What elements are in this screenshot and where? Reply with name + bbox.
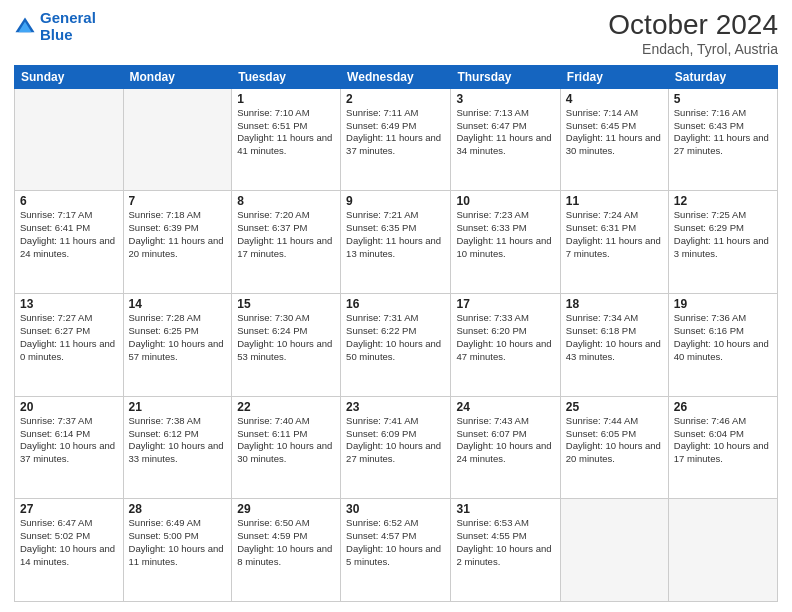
weekday-header-monday: Monday [123,65,232,88]
calendar-cell: 25Sunrise: 7:44 AM Sunset: 6:05 PM Dayli… [560,396,668,499]
calendar-cell: 18Sunrise: 7:34 AM Sunset: 6:18 PM Dayli… [560,294,668,397]
calendar-cell: 23Sunrise: 7:41 AM Sunset: 6:09 PM Dayli… [341,396,451,499]
day-number: 6 [20,194,118,208]
day-number: 8 [237,194,335,208]
calendar-title: October 2024 [608,10,778,41]
day-info: Sunrise: 7:14 AM Sunset: 6:45 PM Dayligh… [566,107,663,158]
day-info: Sunrise: 7:30 AM Sunset: 6:24 PM Dayligh… [237,312,335,363]
day-number: 4 [566,92,663,106]
day-info: Sunrise: 7:36 AM Sunset: 6:16 PM Dayligh… [674,312,772,363]
day-info: Sunrise: 7:37 AM Sunset: 6:14 PM Dayligh… [20,415,118,466]
day-info: Sunrise: 7:27 AM Sunset: 6:27 PM Dayligh… [20,312,118,363]
calendar-cell [123,88,232,191]
weekday-header-thursday: Thursday [451,65,560,88]
weekday-header-row: SundayMondayTuesdayWednesdayThursdayFrid… [15,65,778,88]
day-number: 22 [237,400,335,414]
day-info: Sunrise: 6:49 AM Sunset: 5:00 PM Dayligh… [129,517,227,568]
day-number: 3 [456,92,554,106]
day-number: 17 [456,297,554,311]
day-info: Sunrise: 7:16 AM Sunset: 6:43 PM Dayligh… [674,107,772,158]
calendar-week-4: 20Sunrise: 7:37 AM Sunset: 6:14 PM Dayli… [15,396,778,499]
day-number: 27 [20,502,118,516]
calendar-cell: 14Sunrise: 7:28 AM Sunset: 6:25 PM Dayli… [123,294,232,397]
calendar-cell: 12Sunrise: 7:25 AM Sunset: 6:29 PM Dayli… [668,191,777,294]
day-number: 23 [346,400,445,414]
weekday-header-friday: Friday [560,65,668,88]
day-number: 11 [566,194,663,208]
calendar-cell: 29Sunrise: 6:50 AM Sunset: 4:59 PM Dayli… [232,499,341,602]
calendar-cell [15,88,124,191]
day-info: Sunrise: 7:28 AM Sunset: 6:25 PM Dayligh… [129,312,227,363]
day-number: 21 [129,400,227,414]
day-number: 29 [237,502,335,516]
calendar-cell: 2Sunrise: 7:11 AM Sunset: 6:49 PM Daylig… [341,88,451,191]
logo: General Blue [14,10,96,43]
logo-icon [14,16,36,38]
day-info: Sunrise: 7:38 AM Sunset: 6:12 PM Dayligh… [129,415,227,466]
day-number: 25 [566,400,663,414]
calendar-cell: 9Sunrise: 7:21 AM Sunset: 6:35 PM Daylig… [341,191,451,294]
day-info: Sunrise: 7:31 AM Sunset: 6:22 PM Dayligh… [346,312,445,363]
day-info: Sunrise: 7:25 AM Sunset: 6:29 PM Dayligh… [674,209,772,260]
day-number: 24 [456,400,554,414]
day-info: Sunrise: 7:46 AM Sunset: 6:04 PM Dayligh… [674,415,772,466]
day-number: 28 [129,502,227,516]
calendar-cell: 3Sunrise: 7:13 AM Sunset: 6:47 PM Daylig… [451,88,560,191]
day-info: Sunrise: 7:21 AM Sunset: 6:35 PM Dayligh… [346,209,445,260]
calendar-week-2: 6Sunrise: 7:17 AM Sunset: 6:41 PM Daylig… [15,191,778,294]
day-info: Sunrise: 7:43 AM Sunset: 6:07 PM Dayligh… [456,415,554,466]
day-number: 31 [456,502,554,516]
day-number: 20 [20,400,118,414]
title-block: October 2024 Endach, Tyrol, Austria [608,10,778,57]
day-number: 14 [129,297,227,311]
day-info: Sunrise: 7:23 AM Sunset: 6:33 PM Dayligh… [456,209,554,260]
weekday-header-sunday: Sunday [15,65,124,88]
day-number: 12 [674,194,772,208]
page: General Blue October 2024 Endach, Tyrol,… [0,0,792,612]
calendar-cell: 1Sunrise: 7:10 AM Sunset: 6:51 PM Daylig… [232,88,341,191]
weekday-header-saturday: Saturday [668,65,777,88]
calendar-cell: 15Sunrise: 7:30 AM Sunset: 6:24 PM Dayli… [232,294,341,397]
day-info: Sunrise: 6:50 AM Sunset: 4:59 PM Dayligh… [237,517,335,568]
day-number: 19 [674,297,772,311]
calendar-cell: 21Sunrise: 7:38 AM Sunset: 6:12 PM Dayli… [123,396,232,499]
day-number: 13 [20,297,118,311]
header: General Blue October 2024 Endach, Tyrol,… [14,10,778,57]
calendar-week-1: 1Sunrise: 7:10 AM Sunset: 6:51 PM Daylig… [15,88,778,191]
calendar-cell: 22Sunrise: 7:40 AM Sunset: 6:11 PM Dayli… [232,396,341,499]
calendar-cell [668,499,777,602]
calendar-cell: 26Sunrise: 7:46 AM Sunset: 6:04 PM Dayli… [668,396,777,499]
day-number: 26 [674,400,772,414]
day-info: Sunrise: 6:53 AM Sunset: 4:55 PM Dayligh… [456,517,554,568]
day-info: Sunrise: 7:10 AM Sunset: 6:51 PM Dayligh… [237,107,335,158]
weekday-header-wednesday: Wednesday [341,65,451,88]
calendar-cell: 8Sunrise: 7:20 AM Sunset: 6:37 PM Daylig… [232,191,341,294]
calendar-cell: 17Sunrise: 7:33 AM Sunset: 6:20 PM Dayli… [451,294,560,397]
day-info: Sunrise: 7:11 AM Sunset: 6:49 PM Dayligh… [346,107,445,158]
day-number: 15 [237,297,335,311]
calendar-cell: 30Sunrise: 6:52 AM Sunset: 4:57 PM Dayli… [341,499,451,602]
day-number: 10 [456,194,554,208]
day-info: Sunrise: 7:20 AM Sunset: 6:37 PM Dayligh… [237,209,335,260]
calendar-subtitle: Endach, Tyrol, Austria [608,41,778,57]
day-number: 18 [566,297,663,311]
calendar-cell: 11Sunrise: 7:24 AM Sunset: 6:31 PM Dayli… [560,191,668,294]
day-number: 1 [237,92,335,106]
calendar-cell: 13Sunrise: 7:27 AM Sunset: 6:27 PM Dayli… [15,294,124,397]
day-number: 5 [674,92,772,106]
day-info: Sunrise: 7:17 AM Sunset: 6:41 PM Dayligh… [20,209,118,260]
calendar-cell [560,499,668,602]
calendar-cell: 28Sunrise: 6:49 AM Sunset: 5:00 PM Dayli… [123,499,232,602]
day-info: Sunrise: 7:24 AM Sunset: 6:31 PM Dayligh… [566,209,663,260]
calendar-cell: 31Sunrise: 6:53 AM Sunset: 4:55 PM Dayli… [451,499,560,602]
calendar-cell: 5Sunrise: 7:16 AM Sunset: 6:43 PM Daylig… [668,88,777,191]
logo-blue: Blue [40,26,73,43]
day-number: 9 [346,194,445,208]
day-info: Sunrise: 6:52 AM Sunset: 4:57 PM Dayligh… [346,517,445,568]
day-number: 30 [346,502,445,516]
logo-general: General [40,9,96,26]
calendar-table: SundayMondayTuesdayWednesdayThursdayFrid… [14,65,778,602]
calendar-cell: 16Sunrise: 7:31 AM Sunset: 6:22 PM Dayli… [341,294,451,397]
day-info: Sunrise: 7:18 AM Sunset: 6:39 PM Dayligh… [129,209,227,260]
day-info: Sunrise: 6:47 AM Sunset: 5:02 PM Dayligh… [20,517,118,568]
